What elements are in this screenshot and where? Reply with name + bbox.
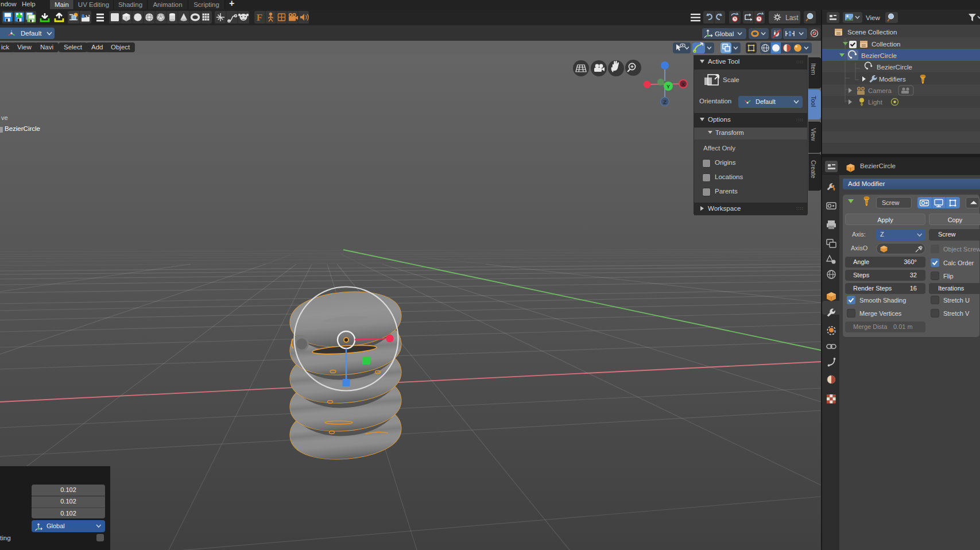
svg-text:F: F — [257, 12, 262, 23]
svg-text:Global: Global — [715, 30, 734, 37]
svg-text:Camera: Camera — [868, 87, 892, 94]
svg-text:X: X — [681, 82, 685, 87]
svg-text:Scene Collection: Scene Collection — [847, 29, 897, 36]
svg-text:BezierCircle: BezierCircle — [861, 52, 897, 59]
svg-text:Last: Last — [785, 14, 799, 22]
svg-text:Default: Default — [21, 30, 42, 37]
svg-text:Collection: Collection — [871, 41, 901, 48]
svg-text:View: View — [866, 14, 880, 21]
svg-text:Y: Y — [667, 84, 670, 90]
svg-text:BezierCircle: BezierCircle — [877, 64, 912, 71]
svg-text:Modifiers: Modifiers — [879, 76, 906, 83]
svg-text:Z: Z — [663, 99, 667, 105]
svg-text:Light: Light — [868, 99, 883, 106]
